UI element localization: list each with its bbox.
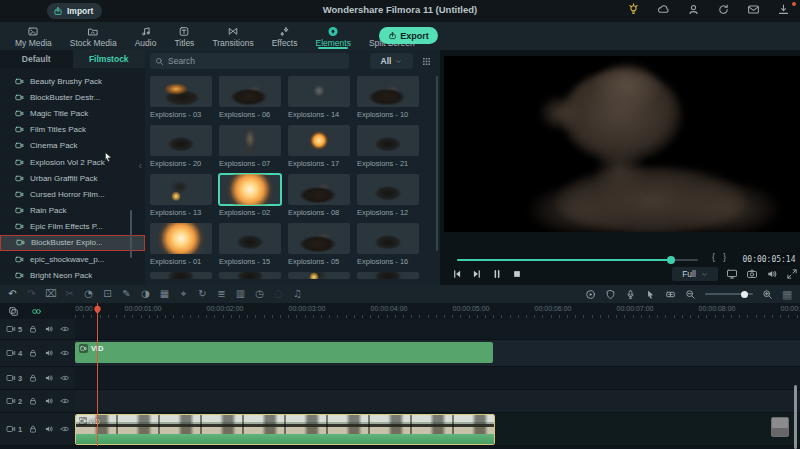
sidebar-item[interactable]: BlockBuster Destr... [0,89,145,105]
fit-timeline-icon[interactable]: ▦ [782,288,794,300]
lock-track-icon[interactable] [28,348,38,358]
sidebar-item[interactable]: Cursed Horror Film... [0,186,145,202]
lock-track-icon[interactable] [28,424,38,434]
media-thumbnail[interactable] [771,417,789,437]
search-box[interactable] [150,53,349,69]
element-card[interactable]: Explosions - 10 [357,76,419,119]
cut-icon[interactable]: ✂ [64,287,75,301]
tab-filmstock[interactable]: Filmstock [73,50,146,68]
sidebar-item[interactable]: Magic Title Pack [0,105,145,121]
tab-transitions[interactable]: Transitions [203,22,262,50]
mute-track-icon[interactable] [44,396,54,406]
seek-bar[interactable] [457,259,698,261]
rotate-icon[interactable]: ↻ [197,287,208,301]
tab-elements[interactable]: Elements [306,22,359,50]
mail-icon[interactable] [747,3,760,16]
auto-ripple-link-icon[interactable] [31,306,42,317]
mute-track-icon[interactable] [44,348,54,358]
grid-view-icon[interactable] [421,56,432,67]
tab-stock-media[interactable]: Stock Media [61,22,126,50]
playhead-handle[interactable] [91,304,104,318]
snapshot-icon[interactable] [746,268,758,280]
element-card[interactable]: Explosions - 17 [288,125,350,168]
seek-thumb[interactable] [667,256,675,264]
element-card[interactable]: Explosions - 13 [150,174,212,217]
mic-icon[interactable] [625,289,636,300]
hide-track-icon[interactable] [60,373,70,383]
timeline-clip-media[interactable]: VID [75,414,495,445]
element-card[interactable]: Explosions - 02 [219,174,281,217]
element-card[interactable]: Explosions - 03 [150,76,212,119]
pause-icon[interactable] [491,268,503,280]
element-card[interactable]: Explosions - 14 [288,76,350,119]
cloud-icon[interactable] [657,3,670,16]
render-time-icon[interactable]: ◷ [254,287,265,301]
element-card[interactable] [357,272,419,279]
hide-track-icon[interactable] [60,396,70,406]
sidebar-item[interactable]: Film Titles Pack [0,122,145,138]
delete-icon[interactable]: ⌧ [45,287,56,301]
prev-frame-icon[interactable] [451,268,463,280]
proxy-icon[interactable]: ◌ [273,287,284,301]
pointer-tool-icon[interactable] [645,289,656,300]
zoom-out-icon[interactable] [685,289,696,300]
tab-titles[interactable]: Titles [165,22,203,50]
element-card[interactable]: Explosions - 08 [288,174,350,217]
avatar-icon[interactable] [687,3,700,16]
sidebar-item[interactable]: Rain Pack [0,203,145,219]
track-lane[interactable] [75,390,800,413]
collapse-panel-icon[interactable] [137,158,144,174]
sidebar-item[interactable]: BlockBuster Explo... [0,235,145,251]
element-card[interactable] [150,272,212,279]
next-frame-icon[interactable] [471,268,483,280]
element-card[interactable] [288,272,350,279]
sidebar-item[interactable]: Cinema Pack [0,138,145,154]
flag-icon[interactable] [605,289,616,300]
tab-audio[interactable]: Audio [126,22,166,50]
lock-track-icon[interactable] [28,324,38,334]
playhead-line[interactable] [97,303,98,446]
lock-track-icon[interactable] [28,373,38,383]
sidebar-item[interactable]: Epic Film Effects P... [0,219,145,235]
track-lane[interactable]: VID [75,413,800,446]
mark-in-button[interactable]: { [712,252,715,262]
mute-track-icon[interactable] [44,324,54,334]
element-card[interactable]: Explosions - 16 [357,223,419,266]
speaker-icon[interactable] [766,268,778,280]
element-card[interactable]: Explosions - 15 [219,223,281,266]
download-icon[interactable] [777,3,790,16]
sidebar-item[interactable]: Urban Graffiti Pack [0,170,145,186]
mute-track-icon[interactable] [44,424,54,434]
timeline-clip-vid[interactable]: VID [75,342,493,363]
track-lane[interactable] [75,367,800,390]
track-lane[interactable] [75,319,800,340]
mark-out-button[interactable]: } [723,252,726,262]
zoom-slider-thumb[interactable] [741,291,748,298]
monitor-icon[interactable] [726,268,738,280]
search-input[interactable] [168,56,318,66]
hide-track-icon[interactable] [60,424,70,434]
undo-icon[interactable]: ↶ [7,287,18,301]
lock-track-icon[interactable] [28,396,38,406]
crop-icon[interactable]: ⊡ [102,287,113,301]
zoom-in-icon[interactable] [762,289,773,300]
export-button[interactable]: Export [379,27,438,44]
manage-tracks-icon[interactable] [8,306,19,317]
track-lane[interactable]: VID [75,340,800,367]
element-card[interactable] [219,272,281,279]
filter-dropdown[interactable]: All [370,53,413,69]
element-card[interactable]: Explosions - 06 [219,76,281,119]
sidebar-item[interactable]: Explosion Vol 2 Pack [0,154,145,170]
sidebar-scrollbar[interactable] [130,210,132,258]
expand-icon[interactable] [786,268,798,280]
element-card[interactable]: Explosions - 01 [150,223,212,266]
motion-track-icon[interactable]: ⌖ [178,287,189,301]
ripple-icon[interactable] [665,289,676,300]
hide-track-icon[interactable] [60,348,70,358]
tab-effects[interactable]: Effects [263,22,307,50]
bulb-icon[interactable] [627,3,640,16]
audio-split-icon[interactable]: ♫ [292,287,303,301]
speed-icon[interactable]: ◔ [83,287,94,301]
clip-icon[interactable]: ▥ [235,287,246,301]
timeline-scrollbar[interactable] [794,385,797,449]
